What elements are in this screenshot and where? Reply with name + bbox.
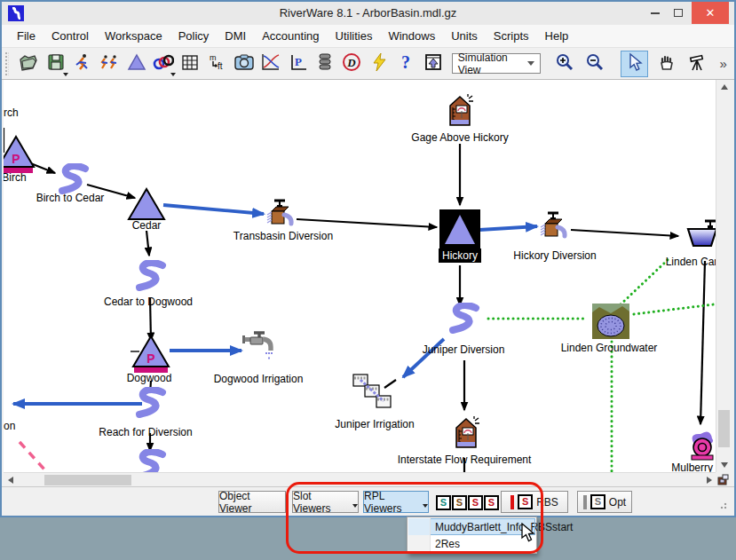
scroll-down-button[interactable] bbox=[716, 458, 732, 472]
node-cedar[interactable] bbox=[126, 186, 167, 222]
toolbar-sct-button[interactable] bbox=[150, 51, 177, 77]
rbs-bar-icon bbox=[510, 495, 514, 509]
toolbar-database-dmi-button[interactable] bbox=[312, 51, 338, 77]
toolbar-object-palette-button[interactable] bbox=[123, 51, 149, 77]
toolbar-help-button[interactable]: ? bbox=[392, 51, 419, 77]
toolbar-zoom-out-button[interactable] bbox=[582, 51, 608, 77]
slot-grid-icon bbox=[180, 52, 200, 75]
node-hickory-diversion[interactable] bbox=[538, 211, 572, 243]
toolbar-drag-handle[interactable] bbox=[5, 52, 9, 75]
rpl-set-red-2-button[interactable]: S bbox=[484, 493, 499, 510]
maximize-icon bbox=[674, 9, 683, 17]
opt-bar-icon bbox=[583, 495, 587, 509]
locator-tool-icon bbox=[688, 52, 709, 75]
node-label-mulberry: Mulberry Ca bbox=[671, 461, 716, 472]
rpl-set-red-1-button[interactable]: S bbox=[468, 493, 483, 510]
toolbar-workspace-background-button[interactable] bbox=[419, 51, 446, 77]
toolbar-open-model-button[interactable] bbox=[15, 51, 42, 77]
down-arrow-icon bbox=[721, 462, 728, 468]
vertical-scroll-thumb[interactable] bbox=[718, 410, 730, 447]
toolbar-unit-scheme-button[interactable]: mft bbox=[204, 51, 231, 77]
svg-text:m: m bbox=[210, 53, 217, 62]
left-arrow-icon bbox=[8, 477, 13, 484]
opt-button[interactable]: SOpt bbox=[577, 491, 632, 513]
node-birch[interactable]: P bbox=[4, 133, 37, 176]
toolbar-snapshot-button[interactable] bbox=[231, 51, 257, 77]
node-reach-for-diversion[interactable] bbox=[131, 387, 169, 421]
view-select[interactable]: Simulation View bbox=[452, 53, 541, 74]
toolbar-interrupt-run-button[interactable] bbox=[366, 51, 392, 77]
scroll-left-button[interactable] bbox=[4, 473, 18, 487]
node-transbasin-diversion[interactable] bbox=[265, 199, 298, 231]
node-juniper-diversion[interactable] bbox=[445, 303, 482, 336]
node-lower-reach[interactable] bbox=[131, 449, 169, 472]
node-label-gage-above-hickory: Gage Above Hickory bbox=[411, 131, 508, 144]
menu-workspace[interactable]: Workspace bbox=[97, 26, 170, 46]
resize-grip[interactable] bbox=[720, 501, 729, 509]
label-fragment-0: rch bbox=[4, 106, 19, 119]
node-linden-canal[interactable] bbox=[685, 219, 716, 253]
menu-file[interactable]: File bbox=[9, 26, 44, 46]
node-cedar-to-dogwood[interactable] bbox=[131, 260, 169, 294]
rpl-viewers-button[interactable]: RPL Viewers bbox=[363, 491, 429, 513]
node-label-interstate-flow-requirement: Interstate Flow Requirement bbox=[398, 454, 532, 466]
menu-dmi[interactable]: DMI bbox=[217, 26, 254, 46]
interrupt-run-icon bbox=[370, 52, 388, 75]
horizontal-scrollbar[interactable] bbox=[4, 472, 716, 486]
toolbar-plot-button[interactable] bbox=[257, 51, 284, 77]
node-gage-above-hickory[interactable] bbox=[446, 94, 474, 128]
menu-units[interactable]: Units bbox=[443, 26, 486, 46]
toolbar-zoom-in-button[interactable] bbox=[551, 51, 578, 77]
bottom-toolbar: Object ViewerSlot ViewersRPL ViewersSSSS… bbox=[2, 486, 734, 516]
node-hickory[interactable] bbox=[439, 209, 480, 250]
save-model-dropdown-icon bbox=[63, 73, 68, 76]
node-dogwood[interactable]: P bbox=[130, 333, 172, 375]
node-linden-groundwater[interactable] bbox=[592, 304, 629, 339]
vertical-scrollbar[interactable] bbox=[716, 80, 731, 472]
horizontal-scroll-thumb[interactable] bbox=[44, 475, 131, 485]
rbs-button[interactable]: SRBS bbox=[501, 491, 568, 513]
toolbar-output-canvas-button[interactable]: P bbox=[285, 51, 312, 77]
menu-windows[interactable]: Windows bbox=[380, 26, 443, 46]
rpl-set-red-1-icon: S bbox=[468, 495, 483, 510]
rpl-set-teal-button[interactable]: S bbox=[436, 493, 451, 510]
close-button[interactable]: ✕ bbox=[692, 2, 729, 24]
menu-policy[interactable]: Policy bbox=[170, 26, 218, 46]
toolbar-run-control-button[interactable] bbox=[69, 51, 96, 77]
workspace-canvas[interactable]: PBirchBirch to CedarCedarTransbasin Dive… bbox=[4, 80, 716, 472]
menu-accounting[interactable]: Accounting bbox=[254, 26, 327, 46]
node-label-juniper-irrigation: Juniper Irrigation bbox=[335, 418, 414, 430]
scroll-right-button[interactable] bbox=[702, 473, 716, 487]
menu-item-2res[interactable]: 2Res bbox=[408, 535, 535, 552]
object-viewer-button[interactable]: Object Viewer bbox=[218, 491, 286, 513]
stop-run-icon: D bbox=[342, 52, 361, 75]
node-dogwood-irrigation[interactable] bbox=[241, 331, 276, 361]
menu-control[interactable]: Control bbox=[44, 26, 97, 46]
toolbar-stop-run-button[interactable]: D bbox=[338, 51, 365, 77]
toolbar-locator-tool-button[interactable] bbox=[685, 51, 712, 77]
node-juniper-irrigation[interactable] bbox=[352, 374, 397, 413]
toolbar-slot-grid-button[interactable] bbox=[177, 51, 203, 77]
multiple-run-icon bbox=[99, 52, 120, 75]
minimize-button[interactable] bbox=[644, 2, 667, 24]
pan-tool-icon bbox=[657, 52, 677, 75]
slot-viewers-button[interactable]: Slot Viewers bbox=[292, 491, 359, 513]
toolbar-pointer-tool-button[interactable] bbox=[621, 51, 647, 77]
pointer-tool-icon bbox=[626, 52, 644, 75]
menu-item-muddybartlett-info-rbsstart[interactable]: MuddyBartlett_Info_RBSstart bbox=[408, 518, 535, 535]
maximize-button[interactable] bbox=[667, 2, 690, 24]
background-locator-button[interactable] bbox=[716, 472, 731, 486]
node-mulberry[interactable] bbox=[687, 430, 716, 461]
toolbar-multiple-run-button[interactable] bbox=[96, 51, 123, 77]
menu-help[interactable]: Help bbox=[537, 26, 577, 46]
toolbar-overflow-button[interactable]: » bbox=[718, 56, 734, 71]
scroll-up-button[interactable] bbox=[716, 80, 732, 94]
help-icon: ? bbox=[396, 52, 415, 75]
rpl-set-brown-button[interactable]: S bbox=[452, 493, 467, 510]
toolbar-pan-tool-button[interactable] bbox=[653, 51, 680, 77]
menu-scripts[interactable]: Scripts bbox=[486, 26, 537, 46]
menu-utilities[interactable]: Utilities bbox=[328, 26, 381, 46]
rbs-label: RBS bbox=[536, 496, 558, 509]
toolbar-save-model-button[interactable] bbox=[42, 51, 68, 77]
node-interstate-flow-requirement[interactable] bbox=[452, 416, 480, 450]
